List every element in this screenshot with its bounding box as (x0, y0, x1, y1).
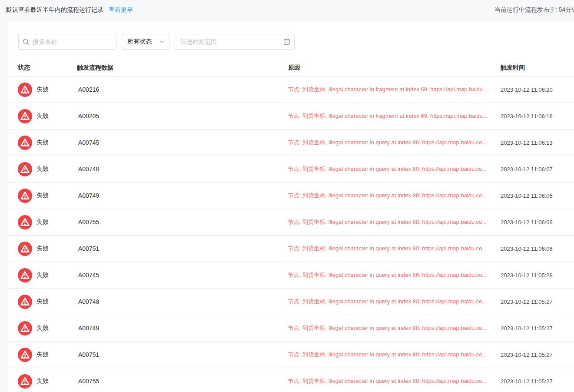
trigger-time: 2023-10-12 11:06:16 (501, 113, 574, 120)
failure-reason: 节点: 到货坐标, Illegal character in query at … (288, 165, 501, 173)
trigger-time: 2023-10-12 11:06:20 (501, 86, 574, 93)
column-header-time: 触发时间 (501, 64, 574, 72)
failure-warning-icon (18, 83, 32, 97)
column-header-status: 状态 (8, 64, 77, 72)
failure-reason: 节点: 到货坐标, Illegal character in query at … (288, 139, 501, 146)
status-cell: 失败 (8, 109, 77, 123)
failure-warning-icon (18, 374, 32, 389)
status-label: 失败 (36, 298, 49, 306)
calendar-icon (283, 38, 290, 45)
failure-warning-icon (18, 136, 32, 150)
status-select[interactable]: 所有状态 (122, 34, 169, 50)
status-cell: 失败 (8, 136, 77, 150)
table-row[interactable]: 失败 A00751 节点: 到货坐标, Illegal character in… (8, 342, 574, 368)
table-row[interactable]: 失败 A00749 节点: 到货坐标, Illegal character in… (8, 315, 574, 342)
search-icon (23, 38, 30, 45)
date-range-field-wrap (175, 34, 295, 50)
records-notice: 默认查看最近半年内的流程运行记录 (6, 6, 103, 14)
trigger-data: A00748 (77, 166, 288, 173)
search-field-wrap (18, 34, 116, 50)
failure-warning-icon (18, 189, 32, 203)
table-body: 失败 A00216 节点: 到货坐标, Illegal character in… (8, 76, 574, 392)
trigger-data: A00745 (77, 139, 288, 146)
failure-reason: 节点: 到货坐标, Illegal character in fragment … (288, 86, 501, 93)
status-label: 失败 (36, 86, 49, 93)
status-label: 失败 (36, 192, 49, 199)
trigger-time: 2023-10-12 11:06:06 (501, 246, 574, 252)
failure-warning-icon (18, 162, 32, 176)
runtime-info: 当前运行中流程发布于: 54分钟前 (494, 6, 574, 14)
trigger-time: 2023-10-12 11:05:27 (501, 299, 574, 305)
run-records-table: 状态 触发流程数据 原因 触发时间 失败 A00216 节点: 到货坐标, Il… (8, 59, 574, 392)
failure-reason: 节点: 到货坐标, Illegal character in query at … (288, 271, 501, 279)
column-header-data: 触发流程数据 (77, 64, 288, 72)
failure-warning-icon (18, 348, 32, 362)
status-cell: 失败 (8, 189, 77, 203)
status-cell: 失败 (8, 321, 77, 336)
table-row[interactable]: 失败 A00748 节点: 到货坐标, Illegal character in… (8, 289, 574, 315)
table-header-row: 状态 触发流程数据 原因 触发时间 (8, 59, 574, 76)
trigger-time: 2023-10-12 11:06:06 (501, 193, 574, 199)
failure-reason: 节点: 到货坐标, Illegal character in query at … (288, 298, 501, 306)
failure-reason: 节点: 到货坐标, Illegal character in query at … (288, 192, 501, 199)
trigger-data: A00755 (77, 219, 288, 226)
status-label: 失败 (36, 324, 49, 332)
failure-reason: 节点: 到货坐标, Illegal character in query at … (288, 324, 501, 332)
table-row[interactable]: 失败 A00755 节点: 到货坐标, Illegal character in… (8, 368, 574, 392)
topbar: 默认查看最近半年内的流程运行记录 查看更早 当前运行中流程发布于: 54分钟前 (0, 0, 574, 20)
status-cell: 失败 (8, 83, 77, 97)
failure-warning-icon (18, 295, 32, 309)
trigger-time: 2023-10-12 11:05:27 (501, 325, 574, 332)
trigger-data: A00749 (77, 192, 288, 199)
trigger-time: 2023-10-12 11:05:27 (501, 352, 574, 358)
records-panel: 所有状态 状态 触发流程数据 原因 触发时间 (8, 21, 574, 392)
status-cell: 失败 (8, 374, 77, 389)
status-select-value: 所有状态 (127, 38, 152, 46)
status-label: 失败 (36, 271, 49, 279)
failure-reason: 节点: 到货坐标, Illegal character in query at … (288, 351, 501, 359)
table-row[interactable]: 失败 A00745 节点: 到货坐标, Illegal character in… (8, 262, 574, 289)
column-header-reason: 原因 (288, 64, 501, 72)
view-earlier-link[interactable]: 查看更早 (109, 6, 133, 14)
failure-warning-icon (18, 109, 32, 123)
table-row[interactable]: 失败 A00216 节点: 到货坐标, Illegal character in… (8, 76, 574, 103)
table-row[interactable]: 失败 A00755 节点: 到货坐标, Illegal character in… (8, 209, 574, 236)
status-cell: 失败 (8, 268, 77, 282)
table-row[interactable]: 失败 A00745 节点: 到货坐标, Illegal character in… (8, 130, 574, 156)
trigger-time: 2023-10-12 11:06:06 (501, 219, 574, 226)
date-range-input[interactable] (175, 34, 295, 50)
table-row[interactable]: 失败 A00205 节点: 到货坐标, Illegal character in… (8, 103, 574, 130)
trigger-data: A00749 (77, 325, 288, 332)
status-cell: 失败 (8, 295, 77, 309)
chevron-down-icon (159, 39, 165, 44)
status-cell: 失败 (8, 162, 77, 176)
table-row[interactable]: 失败 A00748 节点: 到货坐标, Illegal character in… (8, 156, 574, 183)
trigger-data: A00755 (77, 378, 288, 385)
failure-warning-icon (18, 215, 32, 229)
status-label: 失败 (36, 139, 49, 146)
failure-reason: 节点: 到货坐标, Illegal character in fragment … (288, 112, 501, 120)
status-cell: 失败 (8, 215, 77, 229)
status-label: 失败 (36, 165, 49, 173)
status-cell: 失败 (8, 348, 77, 362)
trigger-data: A00205 (77, 113, 288, 120)
status-label: 失败 (36, 245, 49, 252)
table-row[interactable]: 失败 A00751 节点: 到货坐标, Illegal character in… (8, 236, 574, 262)
status-label: 失败 (36, 112, 49, 120)
trigger-time: 2023-10-12 11:05:28 (501, 272, 574, 279)
trigger-time: 2023-10-12 11:05:27 (501, 378, 574, 385)
failure-reason: 节点: 到货坐标, Illegal character in query at … (288, 218, 501, 226)
search-input[interactable] (18, 34, 116, 50)
status-label: 失败 (36, 218, 49, 226)
trigger-data: A00745 (77, 272, 288, 279)
status-cell: 失败 (8, 242, 77, 256)
trigger-data: A00751 (77, 351, 288, 358)
status-label: 失败 (36, 351, 49, 359)
table-row[interactable]: 失败 A00749 节点: 到货坐标, Illegal character in… (8, 183, 574, 209)
failure-reason: 节点: 到货坐标, Illegal character in query at … (288, 245, 501, 252)
failure-warning-icon (18, 268, 32, 282)
status-label: 失败 (36, 377, 49, 385)
failure-warning-icon (18, 242, 32, 256)
failure-reason: 节点: 到货坐标, Illegal character in query at … (288, 377, 501, 385)
filter-bar: 所有状态 (8, 21, 574, 50)
